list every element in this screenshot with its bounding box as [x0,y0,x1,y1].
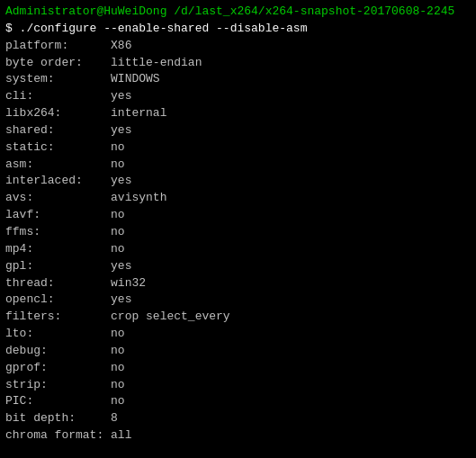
output-pic: PIC: no [5,393,471,410]
output-gprof: gprof: no [5,360,471,377]
output-debug: debug: no [5,343,471,360]
output-interlaced: interlaced: yes [5,173,471,190]
terminal-window[interactable]: Administrator@HuWeiDong /d/last_x264/x26… [0,0,476,458]
output-filters: filters: crop select_every [5,309,471,326]
output-chroma-format: chroma format: all [5,427,471,445]
output-gpl: gpl: yes [5,258,471,275]
output-cli: cli: yes [5,88,471,105]
output-lavf: lavf: no [5,207,471,224]
output-opencl: opencl: yes [5,292,471,309]
prompt-line-1: Administrator@HuWeiDong /d/last_x264/x26… [5,4,471,21]
output-strip: strip: no [5,377,471,394]
output-avs: avs: avisynth [5,190,471,207]
output-shared: shared: yes [5,122,471,139]
output-bit-depth: bit depth: 8 [5,410,471,427]
output-static: static: no [5,139,471,157]
output-ffms: ffms: no [5,224,471,241]
output-platform: platform: X86 [5,38,471,55]
output-libx264: libx264: internal [5,105,471,122]
output-asm: asm: no [5,157,471,174]
output-lto: lto: no [5,326,471,343]
output-thread: thread: win32 [5,275,471,292]
blank-line-1 [5,445,471,458]
output-system: system: WINDOWS [5,71,471,88]
output-byte-order: byte order: little-endian [5,55,471,72]
output-mp4: mp4: no [5,241,471,258]
command-line: $ ./configure --enable-shared --disable-… [5,21,471,38]
